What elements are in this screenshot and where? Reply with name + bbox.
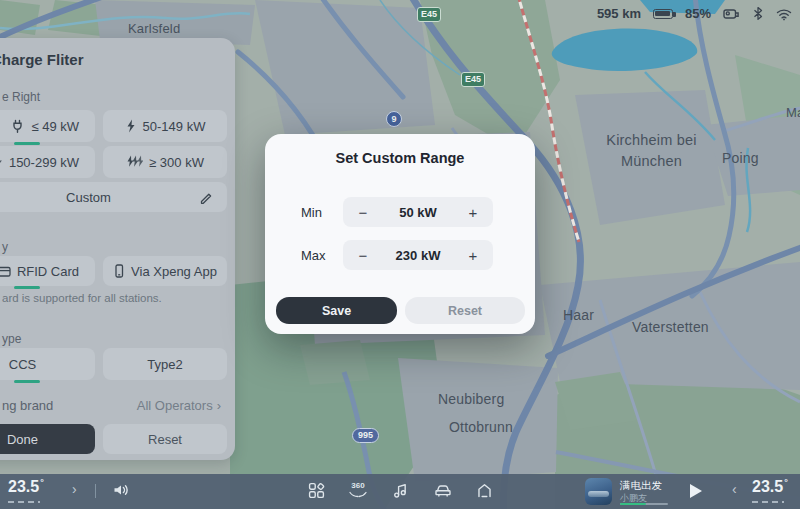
label-360: 360	[351, 482, 364, 490]
save-button[interactable]: Save	[276, 297, 397, 324]
filter-custom-label: Custom	[66, 190, 111, 205]
media-title: 满电出发	[620, 479, 662, 492]
battery-percent: 85%	[685, 6, 711, 21]
filter-power-150-299[interactable]: 150-299 kW	[0, 146, 95, 178]
filter-type-ccs[interactable]: CCS	[0, 348, 95, 380]
section-charge-rate: e Right	[2, 90, 40, 104]
panel-title: Charge Fliter	[0, 51, 84, 68]
dock-expand-chevron[interactable]: ›	[72, 482, 77, 496]
filter-pay-app-label: Via Xpeng App	[131, 264, 217, 279]
dashcam-icon	[723, 7, 740, 21]
done-button-label: Done	[7, 432, 38, 447]
route-shield-995: 995	[352, 428, 379, 443]
charge-filter-panel: Charge Fliter e Right ≤ 49 kW 50-149 kW …	[0, 38, 235, 460]
min-value: 50 kW	[399, 205, 437, 220]
filter-power-custom[interactable]: Custom	[0, 182, 227, 212]
media-album-art[interactable]	[585, 478, 612, 505]
filter-power-150-299-label: 150-299 kW	[9, 155, 79, 170]
battery-icon	[653, 9, 673, 19]
filter-power-50-149-label: 50-149 kW	[143, 119, 206, 134]
max-decrement-button[interactable]: −	[356, 248, 370, 263]
dock-divider	[95, 484, 96, 498]
brand-label: ng brand	[2, 398, 53, 413]
filter-type-ccs-label: CCS	[9, 357, 36, 372]
card-icon	[0, 265, 11, 278]
max-value: 230 kW	[396, 248, 441, 263]
triple-bolt-icon	[126, 155, 143, 169]
degree-symbol-right: °	[784, 477, 788, 487]
max-label: Max	[301, 248, 326, 263]
degree-symbol: °	[40, 477, 44, 487]
plug-icon	[10, 119, 25, 134]
filter-power-ge300[interactable]: ≥ 300 kW	[103, 146, 227, 178]
rfid-note: ard is supported for all stations.	[2, 292, 162, 304]
wifi-icon	[776, 7, 792, 21]
temp-right-value: 23.5	[752, 478, 783, 496]
charging-brand-row[interactable]: ng brand All Operators ›	[2, 398, 221, 413]
media-play-button[interactable]	[690, 484, 702, 498]
pencil-icon[interactable]	[199, 190, 213, 204]
filter-power-50-149[interactable]: 50-149 kW	[103, 110, 227, 142]
brand-value: All Operators	[137, 398, 213, 413]
media-info[interactable]: 满电出发 小鹏友	[620, 479, 662, 504]
min-increment-button[interactable]: +	[466, 205, 480, 220]
filter-pay-rfid-label: RFID Card	[17, 264, 79, 279]
media-progress	[620, 503, 668, 505]
max-increment-button[interactable]: +	[466, 248, 480, 263]
infotainment-screen: Karlsfeld Kirchheim bei München Poing Ma…	[0, 0, 800, 509]
max-stepper: − 230 kW +	[343, 240, 493, 270]
min-label: Min	[301, 205, 322, 220]
route-shield-9: 9	[386, 111, 402, 127]
climate-temp-right[interactable]: 23.5 °	[752, 478, 788, 496]
climate-temp-left[interactable]: 23.5 °	[8, 478, 44, 496]
temp-left-dashes	[8, 501, 40, 503]
album-art-car	[588, 491, 609, 497]
done-button[interactable]: Done	[0, 424, 95, 454]
dialog-reset-label: Reset	[448, 304, 482, 318]
save-button-label: Save	[322, 304, 351, 318]
panel-reset-label: Reset	[148, 432, 182, 447]
filter-type-type2[interactable]: Type2	[103, 348, 227, 380]
filter-pay-app[interactable]: Via Xpeng App	[103, 256, 227, 286]
filter-pay-rfid[interactable]: RFID Card	[0, 256, 95, 286]
dialog-title: Set Custom Range	[265, 150, 535, 166]
music-icon[interactable]	[392, 482, 409, 499]
car-icon[interactable]	[434, 482, 452, 498]
filter-power-le49-label: ≤ 49 kW	[31, 119, 79, 134]
min-row: Min − 50 kW +	[265, 197, 535, 227]
status-bar: 595 km 85%	[597, 6, 792, 21]
min-decrement-button[interactable]: −	[356, 205, 370, 220]
volume-icon[interactable]	[112, 482, 130, 498]
app-grid-icon[interactable]	[308, 482, 325, 499]
filter-power-le49[interactable]: ≤ 49 kW	[0, 110, 95, 142]
bluetooth-icon	[752, 6, 764, 21]
max-row: Max − 230 kW +	[265, 240, 535, 270]
home-icon[interactable]	[476, 482, 493, 499]
route-shield-e45-top: E45	[417, 7, 441, 22]
filter-type-type2-label: Type2	[147, 357, 182, 372]
bolt-icon	[125, 119, 137, 133]
min-stepper: − 50 kW +	[343, 197, 493, 227]
section-plug-type: ype	[2, 332, 21, 346]
range-remaining: 595 km	[597, 6, 641, 21]
temp-left-value: 23.5	[8, 478, 39, 496]
media-progress-fill	[620, 503, 646, 505]
chevron-right-icon: ›	[217, 398, 221, 413]
temp-right-dashes	[752, 501, 784, 503]
dock-collapse-chevron[interactable]: ‹	[732, 482, 737, 496]
bottom-dock: 23.5 ° › 360	[0, 474, 800, 509]
panel-reset-button[interactable]: Reset	[103, 424, 227, 454]
filter-power-ge300-label: ≥ 300 kW	[149, 155, 204, 170]
phone-icon	[113, 264, 125, 278]
camera-360-icon[interactable]: 360	[348, 482, 368, 500]
double-bolt-icon	[0, 155, 3, 169]
dialog-reset-button[interactable]: Reset	[405, 297, 525, 324]
route-shield-e45-mid: E45	[461, 72, 485, 87]
section-pay: y	[2, 240, 8, 254]
set-custom-range-dialog: Set Custom Range Min − 50 kW + Max − 230…	[265, 134, 535, 334]
